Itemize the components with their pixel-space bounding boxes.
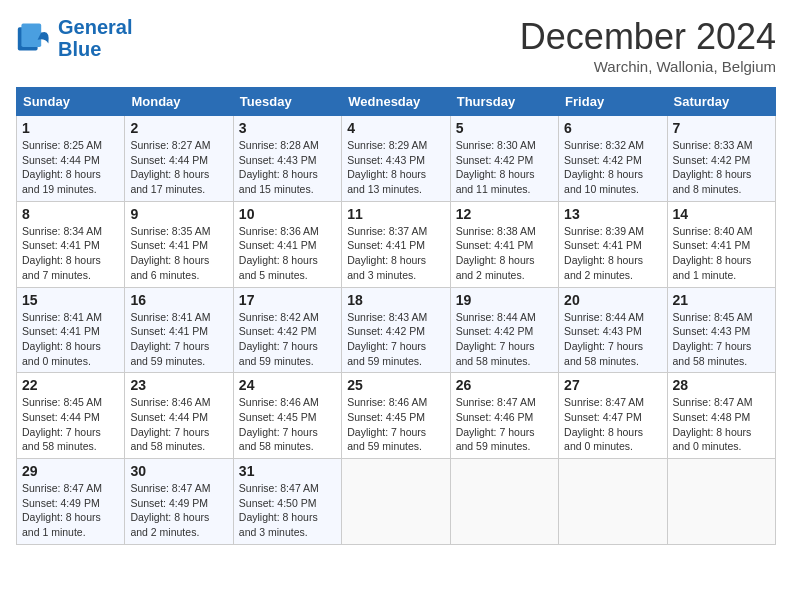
day-number: 3 [239, 120, 336, 136]
calendar-cell: 12Sunrise: 8:38 AM Sunset: 4:41 PM Dayli… [450, 201, 558, 287]
day-number: 30 [130, 463, 227, 479]
day-number: 24 [239, 377, 336, 393]
calendar-header-row: SundayMondayTuesdayWednesdayThursdayFrid… [17, 88, 776, 116]
calendar-cell: 10Sunrise: 8:36 AM Sunset: 4:41 PM Dayli… [233, 201, 341, 287]
calendar-cell: 14Sunrise: 8:40 AM Sunset: 4:41 PM Dayli… [667, 201, 775, 287]
calendar-cell [450, 459, 558, 545]
calendar-cell: 31Sunrise: 8:47 AM Sunset: 4:50 PM Dayli… [233, 459, 341, 545]
day-detail: Sunrise: 8:34 AM Sunset: 4:41 PM Dayligh… [22, 224, 119, 283]
day-number: 19 [456, 292, 553, 308]
day-number: 29 [22, 463, 119, 479]
day-detail: Sunrise: 8:32 AM Sunset: 4:42 PM Dayligh… [564, 138, 661, 197]
day-detail: Sunrise: 8:35 AM Sunset: 4:41 PM Dayligh… [130, 224, 227, 283]
day-number: 5 [456, 120, 553, 136]
day-number: 1 [22, 120, 119, 136]
day-detail: Sunrise: 8:30 AM Sunset: 4:42 PM Dayligh… [456, 138, 553, 197]
day-number: 21 [673, 292, 770, 308]
day-detail: Sunrise: 8:47 AM Sunset: 4:47 PM Dayligh… [564, 395, 661, 454]
weekday-header-tuesday: Tuesday [233, 88, 341, 116]
logo-line1: General [58, 16, 132, 38]
day-number: 31 [239, 463, 336, 479]
calendar-cell: 21Sunrise: 8:45 AM Sunset: 4:43 PM Dayli… [667, 287, 775, 373]
calendar-cell: 18Sunrise: 8:43 AM Sunset: 4:42 PM Dayli… [342, 287, 450, 373]
calendar-cell: 6Sunrise: 8:32 AM Sunset: 4:42 PM Daylig… [559, 116, 667, 202]
day-number: 16 [130, 292, 227, 308]
day-number: 11 [347, 206, 444, 222]
day-number: 25 [347, 377, 444, 393]
day-detail: Sunrise: 8:39 AM Sunset: 4:41 PM Dayligh… [564, 224, 661, 283]
day-number: 12 [456, 206, 553, 222]
day-detail: Sunrise: 8:36 AM Sunset: 4:41 PM Dayligh… [239, 224, 336, 283]
calendar-cell: 25Sunrise: 8:46 AM Sunset: 4:45 PM Dayli… [342, 373, 450, 459]
calendar-cell: 16Sunrise: 8:41 AM Sunset: 4:41 PM Dayli… [125, 287, 233, 373]
day-detail: Sunrise: 8:47 AM Sunset: 4:50 PM Dayligh… [239, 481, 336, 540]
header: General Blue December 2024 Warchin, Wall… [16, 16, 776, 75]
calendar-cell: 11Sunrise: 8:37 AM Sunset: 4:41 PM Dayli… [342, 201, 450, 287]
day-detail: Sunrise: 8:38 AM Sunset: 4:41 PM Dayligh… [456, 224, 553, 283]
calendar-cell: 7Sunrise: 8:33 AM Sunset: 4:42 PM Daylig… [667, 116, 775, 202]
calendar-cell: 24Sunrise: 8:46 AM Sunset: 4:45 PM Dayli… [233, 373, 341, 459]
calendar-table: SundayMondayTuesdayWednesdayThursdayFrid… [16, 87, 776, 545]
day-detail: Sunrise: 8:29 AM Sunset: 4:43 PM Dayligh… [347, 138, 444, 197]
weekday-header-thursday: Thursday [450, 88, 558, 116]
day-number: 23 [130, 377, 227, 393]
day-number: 2 [130, 120, 227, 136]
calendar-cell: 27Sunrise: 8:47 AM Sunset: 4:47 PM Dayli… [559, 373, 667, 459]
calendar-cell: 29Sunrise: 8:47 AM Sunset: 4:49 PM Dayli… [17, 459, 125, 545]
calendar-cell: 17Sunrise: 8:42 AM Sunset: 4:42 PM Dayli… [233, 287, 341, 373]
calendar-cell [559, 459, 667, 545]
day-number: 4 [347, 120, 444, 136]
day-detail: Sunrise: 8:43 AM Sunset: 4:42 PM Dayligh… [347, 310, 444, 369]
day-detail: Sunrise: 8:45 AM Sunset: 4:44 PM Dayligh… [22, 395, 119, 454]
day-number: 18 [347, 292, 444, 308]
day-detail: Sunrise: 8:37 AM Sunset: 4:41 PM Dayligh… [347, 224, 444, 283]
calendar-cell: 26Sunrise: 8:47 AM Sunset: 4:46 PM Dayli… [450, 373, 558, 459]
day-detail: Sunrise: 8:27 AM Sunset: 4:44 PM Dayligh… [130, 138, 227, 197]
calendar-week-row: 1Sunrise: 8:25 AM Sunset: 4:44 PM Daylig… [17, 116, 776, 202]
calendar-cell: 30Sunrise: 8:47 AM Sunset: 4:49 PM Dayli… [125, 459, 233, 545]
calendar-week-row: 8Sunrise: 8:34 AM Sunset: 4:41 PM Daylig… [17, 201, 776, 287]
logo-text: General Blue [58, 16, 132, 60]
day-number: 6 [564, 120, 661, 136]
day-number: 22 [22, 377, 119, 393]
calendar-cell: 8Sunrise: 8:34 AM Sunset: 4:41 PM Daylig… [17, 201, 125, 287]
day-number: 26 [456, 377, 553, 393]
calendar-cell: 20Sunrise: 8:44 AM Sunset: 4:43 PM Dayli… [559, 287, 667, 373]
calendar-cell: 13Sunrise: 8:39 AM Sunset: 4:41 PM Dayli… [559, 201, 667, 287]
day-detail: Sunrise: 8:46 AM Sunset: 4:45 PM Dayligh… [239, 395, 336, 454]
day-detail: Sunrise: 8:41 AM Sunset: 4:41 PM Dayligh… [130, 310, 227, 369]
day-detail: Sunrise: 8:46 AM Sunset: 4:44 PM Dayligh… [130, 395, 227, 454]
day-number: 13 [564, 206, 661, 222]
day-number: 9 [130, 206, 227, 222]
calendar-cell: 2Sunrise: 8:27 AM Sunset: 4:44 PM Daylig… [125, 116, 233, 202]
day-detail: Sunrise: 8:42 AM Sunset: 4:42 PM Dayligh… [239, 310, 336, 369]
calendar-cell: 5Sunrise: 8:30 AM Sunset: 4:42 PM Daylig… [450, 116, 558, 202]
day-number: 10 [239, 206, 336, 222]
title-area: December 2024 Warchin, Wallonia, Belgium [520, 16, 776, 75]
day-number: 8 [22, 206, 119, 222]
day-number: 28 [673, 377, 770, 393]
calendar-week-row: 15Sunrise: 8:41 AM Sunset: 4:41 PM Dayli… [17, 287, 776, 373]
weekday-header-saturday: Saturday [667, 88, 775, 116]
day-detail: Sunrise: 8:44 AM Sunset: 4:43 PM Dayligh… [564, 310, 661, 369]
location-title: Warchin, Wallonia, Belgium [520, 58, 776, 75]
day-number: 14 [673, 206, 770, 222]
calendar-cell: 4Sunrise: 8:29 AM Sunset: 4:43 PM Daylig… [342, 116, 450, 202]
day-detail: Sunrise: 8:41 AM Sunset: 4:41 PM Dayligh… [22, 310, 119, 369]
calendar-week-row: 22Sunrise: 8:45 AM Sunset: 4:44 PM Dayli… [17, 373, 776, 459]
day-detail: Sunrise: 8:47 AM Sunset: 4:48 PM Dayligh… [673, 395, 770, 454]
weekday-header-friday: Friday [559, 88, 667, 116]
day-detail: Sunrise: 8:40 AM Sunset: 4:41 PM Dayligh… [673, 224, 770, 283]
day-detail: Sunrise: 8:45 AM Sunset: 4:43 PM Dayligh… [673, 310, 770, 369]
svg-rect-1 [21, 24, 41, 47]
calendar-cell: 19Sunrise: 8:44 AM Sunset: 4:42 PM Dayli… [450, 287, 558, 373]
day-detail: Sunrise: 8:47 AM Sunset: 4:46 PM Dayligh… [456, 395, 553, 454]
calendar-cell: 9Sunrise: 8:35 AM Sunset: 4:41 PM Daylig… [125, 201, 233, 287]
calendar-cell: 22Sunrise: 8:45 AM Sunset: 4:44 PM Dayli… [17, 373, 125, 459]
day-number: 20 [564, 292, 661, 308]
calendar-cell: 1Sunrise: 8:25 AM Sunset: 4:44 PM Daylig… [17, 116, 125, 202]
day-number: 7 [673, 120, 770, 136]
day-number: 27 [564, 377, 661, 393]
day-detail: Sunrise: 8:25 AM Sunset: 4:44 PM Dayligh… [22, 138, 119, 197]
month-title: December 2024 [520, 16, 776, 58]
